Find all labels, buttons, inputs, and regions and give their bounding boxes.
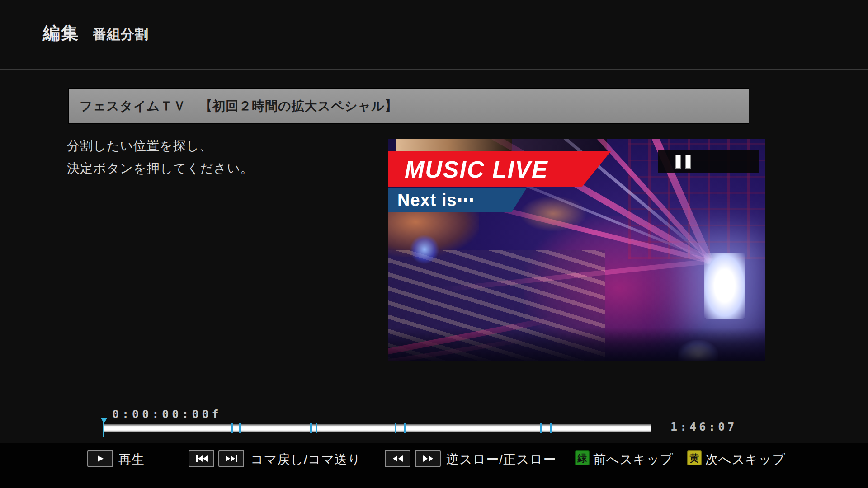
forward-slow-button[interactable] <box>415 450 441 467</box>
video-preview: MUSIC LIVE Next is⋯ <box>388 139 765 361</box>
skip-forward-label: 次へスキップ <box>705 451 785 468</box>
chapter-marker[interactable] <box>550 423 552 433</box>
instruction-line-1: 分割したい位置を探し、 <box>67 135 254 157</box>
header-divider <box>0 69 868 70</box>
chapter-marker[interactable] <box>540 423 542 433</box>
program-title-bar: フェスタイムＴＶ 【初回２時間の拡大スペシャル】 <box>69 89 749 123</box>
current-timecode: 0:00:00:00f <box>112 408 222 421</box>
chapter-marker[interactable] <box>310 423 312 433</box>
instruction-line-2: 決定ボタンを押してください。 <box>67 157 254 180</box>
rewind-icon <box>392 455 404 462</box>
play-icon <box>95 454 105 463</box>
frame-forward-icon <box>225 455 238 462</box>
yellow-key-badge[interactable]: 黄 <box>687 450 702 465</box>
control-bar: 再生 コマ戻し/コマ送り <box>0 443 868 488</box>
scene-led-screen <box>704 253 745 319</box>
chapter-marker[interactable] <box>239 423 241 433</box>
total-duration: 1:46:07 <box>670 420 737 433</box>
next-is-banner: Next is⋯ <box>388 188 527 212</box>
scene-crowd <box>388 328 765 361</box>
chapter-marker[interactable] <box>231 423 233 433</box>
reverse-slow-button[interactable] <box>385 450 410 467</box>
frame-label: コマ戻し/コマ送り <box>250 451 361 468</box>
page-title: 編集 <box>43 22 79 45</box>
skip-back-label: 前へスキップ <box>593 451 673 468</box>
frame-back-button[interactable] <box>189 450 214 467</box>
program-split-screen: 編集 番組分割 フェスタイムＴＶ 【初回２時間の拡大スペシャル】 分割したい位置… <box>0 0 868 488</box>
chapter-marker[interactable] <box>316 423 317 433</box>
instruction-text: 分割したい位置を探し、 決定ボタンを押してください。 <box>67 135 254 180</box>
pause-icon <box>675 155 691 169</box>
page-subtitle: 番組分割 <box>93 25 149 44</box>
slow-label: 逆スロー/正スロー <box>446 451 556 468</box>
pause-indicator <box>658 150 760 173</box>
play-label: 再生 <box>118 451 145 468</box>
chapter-marker[interactable] <box>404 423 406 433</box>
frame-back-icon <box>195 455 208 462</box>
timeline-bar[interactable] <box>104 424 651 432</box>
page-header: 編集 番組分割 <box>43 22 149 45</box>
playhead[interactable] <box>101 418 107 437</box>
program-title: フェスタイムＴＶ 【初回２時間の拡大スペシャル】 <box>80 98 398 115</box>
fast-forward-icon <box>422 455 434 462</box>
green-key-badge[interactable]: 緑 <box>575 450 590 465</box>
music-live-banner: MUSIC LIVE <box>388 151 611 187</box>
music-live-banner-text: MUSIC LIVE <box>405 156 548 183</box>
play-button[interactable] <box>87 450 113 467</box>
scene-sky <box>512 139 607 152</box>
next-is-banner-text: Next is⋯ <box>397 190 475 210</box>
chapter-marker[interactable] <box>395 423 396 433</box>
frame-forward-button[interactable] <box>218 450 244 467</box>
